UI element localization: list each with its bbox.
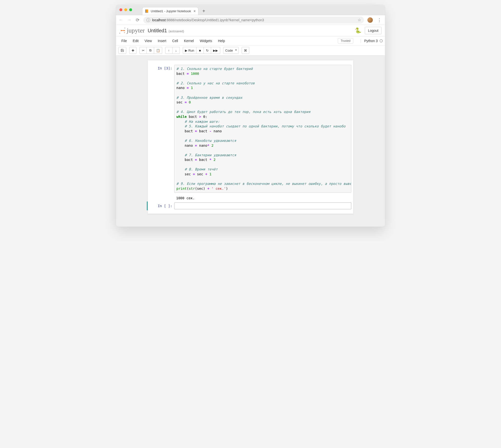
- run-label: Run: [188, 49, 194, 52]
- output-cell: 1000 сек.: [148, 194, 353, 202]
- reload-button[interactable]: ⟳: [135, 18, 140, 22]
- input-prompt-empty: In [ ]:: [150, 203, 174, 209]
- code-token: nano: [197, 144, 207, 147]
- url-path: :8888/notebooks/Desktop/Untitled1.ipynb?…: [166, 18, 264, 22]
- menu-kernel[interactable]: Kernel: [181, 37, 197, 44]
- browser-tab[interactable]: 📙 Untitled1 - Jupyter Notebook ×: [142, 7, 198, 15]
- code-comment: # 9. Если программа не зависнет в бескон…: [176, 182, 351, 186]
- code-number: 2: [210, 144, 213, 147]
- input-prompt: In [3]:: [150, 65, 174, 193]
- menu-insert[interactable]: Insert: [155, 37, 169, 44]
- code-token: (: [187, 187, 189, 191]
- code-keyword: while: [176, 115, 187, 119]
- menu-cell[interactable]: Cell: [169, 37, 181, 44]
- code-comment: # 8. Время течёт: [176, 167, 218, 171]
- code-number: 1: [189, 86, 193, 90]
- menu-view[interactable]: View: [142, 37, 155, 44]
- close-tab-button[interactable]: ×: [194, 9, 196, 14]
- paste-button[interactable]: 📋: [154, 47, 162, 54]
- profile-avatar[interactable]: [367, 17, 373, 23]
- interrupt-button[interactable]: ■: [196, 47, 204, 54]
- code-cell[interactable]: In [3]: # 1. Сколько на старте будет бак…: [148, 64, 353, 194]
- code-op: *: [207, 144, 209, 147]
- code-token: sec: [176, 100, 185, 104]
- code-number: 1: [207, 172, 211, 176]
- autosave-status: (autosaved): [169, 30, 184, 33]
- window-controls: [119, 8, 132, 11]
- kernel-name: Python 3: [364, 39, 378, 43]
- move-down-button[interactable]: ↓: [173, 47, 180, 54]
- code-comment: # 2. Сколько у нас на старте наноботов: [176, 81, 255, 85]
- save-button[interactable]: [118, 47, 126, 54]
- code-cell-active[interactable]: In [ ]:: [147, 202, 353, 210]
- menu-bar: File Edit View Insert Cell Kernel Widget…: [116, 36, 385, 46]
- tab-title: Untitled1 - Jupyter Notebook: [151, 9, 191, 13]
- insert-cell-button[interactable]: ✚: [129, 47, 136, 54]
- code-input-empty[interactable]: [174, 203, 351, 209]
- logout-button[interactable]: Logout: [365, 27, 382, 34]
- code-token: bact: [197, 129, 210, 133]
- url-input[interactable]: i localhost:8888/notebooks/Desktop/Untit…: [143, 17, 364, 23]
- code-comment: # На каждом шаге:: [176, 120, 220, 124]
- code-comment: # 4. Цикл будет работать до тех пор, пок…: [176, 110, 310, 114]
- code-token: ): [226, 187, 228, 191]
- menu-file[interactable]: File: [118, 37, 130, 44]
- output-prompt: [150, 195, 174, 201]
- forward-button[interactable]: →: [127, 18, 132, 22]
- menu-widgets[interactable]: Widgets: [197, 37, 215, 44]
- code-token: bact: [197, 158, 210, 162]
- menu-edit[interactable]: Edit: [130, 37, 142, 44]
- code-token: bact: [176, 129, 195, 133]
- code-input[interactable]: # 1. Сколько на старте будет бактерий ba…: [174, 65, 351, 193]
- notebook-header: jupyter Untitled1 (autosaved) 🐍 Logout: [116, 25, 385, 36]
- code-string: ' сек.': [210, 187, 226, 191]
- maximize-window-button[interactable]: [129, 8, 132, 11]
- site-info-icon[interactable]: i: [146, 18, 150, 22]
- minimize-window-button[interactable]: [124, 8, 127, 11]
- code-number: 1000: [189, 72, 199, 76]
- code-token: bact: [187, 115, 199, 119]
- code-token: sec: [195, 172, 205, 176]
- notebook-title-group: Untitled1 (autosaved): [148, 28, 184, 33]
- code-token: (sec): [195, 187, 208, 191]
- copy-button[interactable]: ⧉: [147, 47, 154, 54]
- browser-menu-button[interactable]: ⋮: [376, 17, 383, 23]
- cut-button[interactable]: ✂: [139, 47, 147, 54]
- code-op: >: [199, 115, 201, 119]
- trusted-indicator[interactable]: Trusted: [338, 38, 353, 44]
- run-button[interactable]: ▶ Run: [183, 47, 196, 54]
- code-comment: # 6. Наноботы удваиваются: [176, 139, 236, 143]
- code-comment: # 7. Бактерии удваиваются: [176, 153, 236, 157]
- restart-run-all-button[interactable]: ▶▶: [211, 47, 220, 54]
- code-op: +: [207, 187, 209, 191]
- menu-help[interactable]: Help: [215, 37, 228, 44]
- code-number: 0: [187, 100, 191, 104]
- favicon-notebook-icon: 📙: [145, 9, 149, 13]
- new-tab-button[interactable]: +: [200, 8, 207, 15]
- bookmark-star-icon[interactable]: ☆: [358, 18, 361, 22]
- code-op: =: [187, 86, 189, 90]
- code-builtin: print: [176, 187, 187, 191]
- titlebar: 📙 Untitled1 - Jupyter Notebook × +: [116, 5, 385, 15]
- code-number: 2: [211, 158, 215, 162]
- code-token: bact: [176, 158, 195, 162]
- back-button[interactable]: ←: [118, 18, 123, 22]
- code-comment: # 3. Пройденное время в секундах: [176, 96, 242, 99]
- jupyter-brand: jupyter: [127, 27, 145, 34]
- restart-button[interactable]: ↻: [204, 47, 211, 54]
- command-palette-button[interactable]: ⌘: [242, 47, 249, 54]
- code-comment: # 1. Сколько на старте будет бактерий: [176, 67, 253, 71]
- url-host: localhost: [152, 18, 166, 22]
- address-bar: ← → ⟳ i localhost:8888/notebooks/Desktop…: [116, 15, 385, 25]
- close-window-button[interactable]: [119, 8, 122, 11]
- jupyter-logo[interactable]: jupyter: [119, 27, 145, 34]
- code-op: =: [187, 72, 189, 76]
- notebook-name[interactable]: Untitled1: [148, 28, 167, 33]
- code-token: nano: [211, 129, 222, 133]
- jupyter-icon: [119, 28, 125, 33]
- code-comment: # 5. Каждый нанобот съедает по одной бак…: [176, 124, 345, 128]
- cell-type-select[interactable]: Code: [223, 47, 239, 54]
- code-token: nano: [176, 86, 187, 90]
- move-up-button[interactable]: ↑: [165, 47, 173, 54]
- tab-strip: 📙 Untitled1 - Jupyter Notebook × +: [142, 5, 207, 15]
